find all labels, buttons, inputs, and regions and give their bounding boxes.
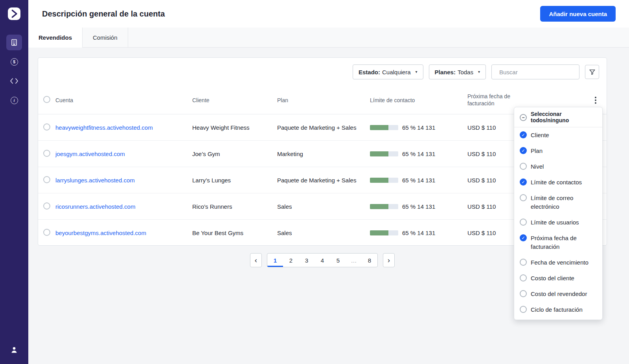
column-menu-item[interactable]: Límite de correo electrónico <box>514 190 602 215</box>
row-checkbox[interactable] <box>43 123 50 131</box>
column-header-cuenta: Cuenta <box>55 97 192 103</box>
checkbox-unchecked[interactable] <box>520 274 527 281</box>
column-header-cliente: Cliente <box>192 97 277 103</box>
sidebar-item-developer[interactable] <box>6 73 22 89</box>
checkbox-unchecked[interactable] <box>520 219 527 226</box>
account-link[interactable]: heavyweightfitness.activehosted.com <box>55 124 153 131</box>
indeterminate-checkbox[interactable]: − <box>520 114 527 121</box>
tab-revendidos[interactable]: Revendidos <box>28 28 83 47</box>
pagination-page-1[interactable]: 1 <box>267 254 283 267</box>
row-checkbox[interactable] <box>43 202 50 210</box>
column-menu-item[interactable]: ✓Plan <box>514 143 602 159</box>
pagination-page-3[interactable]: 3 <box>299 254 314 267</box>
planes-filter-label: Planes: <box>435 69 456 75</box>
tab-comision[interactable]: Comisión <box>83 28 128 47</box>
column-menu-item-label: Ciclo de facturación <box>531 305 583 314</box>
column-menu-item[interactable]: Costo del revendedor <box>514 286 602 302</box>
account-link[interactable]: joesgym.activehosted.com <box>55 151 125 157</box>
account-link[interactable]: larryslunges.activehosted.com <box>55 177 135 184</box>
search-input[interactable] <box>499 69 578 75</box>
column-menu-item[interactable]: Fecha de vencimiento <box>514 255 602 270</box>
client-cell: Larry’s Lunges <box>192 177 277 184</box>
pagination-next-button[interactable]: › <box>383 253 395 267</box>
contact-progress-fill <box>370 125 388 130</box>
chevron-down-icon: ▾ <box>416 70 417 74</box>
column-menu-list: ✓Cliente✓PlanNivel✓Límite de contactosLí… <box>514 127 602 318</box>
checkbox-unchecked[interactable] <box>520 290 527 297</box>
activecampaign-logo[interactable] <box>7 7 21 20</box>
plan-cell: Sales <box>277 203 370 210</box>
checkbox-unchecked[interactable] <box>520 163 527 170</box>
checkbox-checked[interactable]: ✓ <box>520 234 527 241</box>
select-all-columns-label: Seleccionar todos/ninguno <box>531 111 597 123</box>
column-menu-item[interactable]: Ciclo de facturación <box>514 302 602 318</box>
pagination-prev-button[interactable]: ‹ <box>250 253 262 267</box>
person-icon <box>10 346 18 354</box>
pagination-page-8[interactable]: 8 <box>362 254 377 267</box>
contact-progress-fill <box>370 178 388 183</box>
sidebar-item-accounts[interactable] <box>6 35 22 50</box>
sidebar-item-info[interactable]: i <box>6 92 22 108</box>
contact-progress-bar <box>370 151 398 156</box>
column-menu-item-label: Próxima fecha de facturación <box>531 234 597 251</box>
page-header: Descripción general de la cuenta Añadir … <box>28 0 629 28</box>
column-header-proxima: Próxima fecha de facturación <box>467 93 517 107</box>
column-menu-item[interactable]: Costo del cliente <box>514 270 602 286</box>
row-checkbox[interactable] <box>43 150 50 157</box>
column-menu-item[interactable]: ✓Límite de contactos <box>514 175 602 190</box>
estado-filter-dropdown[interactable]: Estado: Cualquiera ▾ <box>353 64 423 79</box>
page-title: Descripción general de la cuenta <box>42 9 165 18</box>
column-menu-item-label: Límite de contactos <box>531 178 582 187</box>
sidebar-item-billing[interactable]: $ <box>6 54 22 70</box>
checkbox-unchecked[interactable] <box>520 306 527 313</box>
column-menu-item-label: Cliente <box>531 131 549 140</box>
column-menu-item[interactable]: ✓Próxima fecha de facturación <box>514 230 602 255</box>
pagination-page-5[interactable]: 5 <box>330 254 346 267</box>
checkbox-checked[interactable]: ✓ <box>520 178 527 186</box>
account-link[interactable]: ricosrunners.activehosted.com <box>55 203 135 210</box>
account-link[interactable]: beyourbestgyms.activehosted.com <box>55 230 146 236</box>
client-cell: Joe’s Gym <box>192 151 277 157</box>
plan-cell: Paquete de Marketing + Sales <box>277 177 370 184</box>
sidebar: $ i <box>0 0 28 364</box>
pagination-page-4[interactable]: 4 <box>314 254 330 267</box>
planes-filter-dropdown[interactable]: Planes: Todas ▾ <box>429 64 486 79</box>
checkbox-checked[interactable]: ✓ <box>520 131 527 138</box>
column-menu-item-label: Costo del cliente <box>531 274 574 283</box>
contact-usage-label: 65 % 14 131 <box>402 203 435 210</box>
estado-filter-label: Estado: <box>359 69 380 75</box>
tabstrip: RevendidosComisión <box>28 28 629 48</box>
chevron-left-icon: ‹ <box>255 256 257 265</box>
filter-columns-button[interactable] <box>585 65 599 79</box>
sidebar-item-profile[interactable] <box>6 342 22 358</box>
client-cell: Rico’s Runners <box>192 203 277 210</box>
pagination-pages: 12345…8 <box>267 253 378 267</box>
search-box <box>491 64 579 79</box>
contact-progress-bar <box>370 178 398 183</box>
checkbox-unchecked[interactable] <box>520 259 527 266</box>
code-icon <box>10 78 18 84</box>
column-settings-button[interactable] <box>593 95 598 105</box>
info-circle-icon: i <box>11 97 18 104</box>
row-checkbox[interactable] <box>43 229 50 236</box>
contact-progress-fill <box>370 230 388 235</box>
checkbox-unchecked[interactable] <box>520 194 527 201</box>
column-menu-item[interactable]: Nivel <box>514 159 602 175</box>
row-checkbox[interactable] <box>43 176 50 183</box>
checkbox-checked[interactable]: ✓ <box>520 147 527 154</box>
select-all-columns-item[interactable]: − Seleccionar todos/ninguno <box>514 107 602 127</box>
contact-progress-bar <box>370 230 398 235</box>
chevron-down-icon: ▾ <box>478 70 480 74</box>
contact-progress-fill <box>370 151 388 156</box>
pagination-page-2[interactable]: 2 <box>283 254 299 267</box>
logo-icon <box>8 7 20 20</box>
add-account-button[interactable]: Añadir nueva cuenta <box>540 6 616 22</box>
contact-usage-label: 65 % 14 131 <box>402 124 435 131</box>
select-all-checkbox[interactable] <box>43 96 50 103</box>
column-header-plan: Plan <box>277 97 370 103</box>
filter-bar: Estado: Cualquiera ▾ Planes: Todas ▾ <box>38 58 607 86</box>
contact-progress-bar <box>370 125 398 130</box>
plan-cell: Paquete de Marketing + Sales <box>277 124 370 131</box>
column-menu-item[interactable]: Límite de usuarios <box>514 215 602 230</box>
column-menu-item[interactable]: ✓Cliente <box>514 127 602 143</box>
